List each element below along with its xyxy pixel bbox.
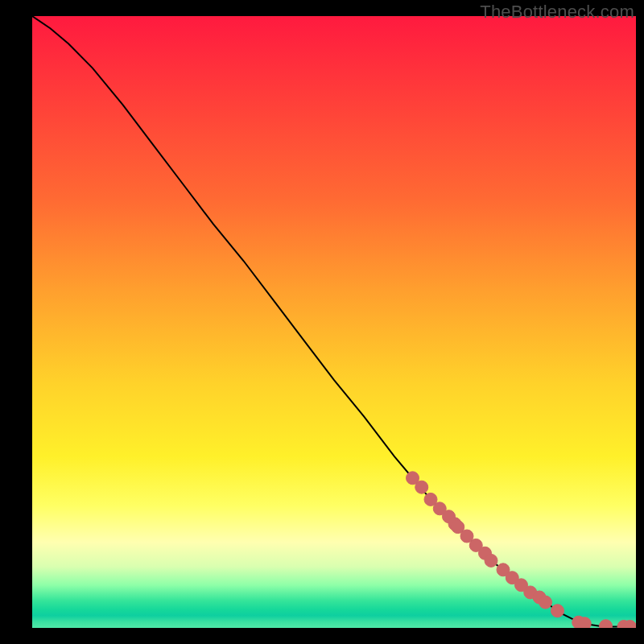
bottleneck-curve (32, 16, 636, 626)
data-marker (460, 530, 473, 543)
data-marker (452, 521, 464, 534)
data-marker (524, 586, 537, 599)
data-marker (515, 579, 528, 592)
data-marker (407, 472, 419, 485)
chart-frame: TheBottleneck.com (0, 0, 644, 644)
data-marker (443, 510, 456, 523)
marker-group (407, 472, 637, 628)
data-marker (485, 554, 497, 567)
watermark-text: TheBottleneck.com (480, 2, 634, 23)
data-marker (469, 539, 482, 551)
data-marker (533, 591, 546, 604)
data-marker (497, 564, 510, 576)
data-marker (600, 620, 613, 628)
data-marker (479, 547, 492, 559)
data-marker (539, 596, 552, 609)
data-marker (506, 572, 518, 584)
plot-area (32, 16, 636, 628)
data-marker (572, 616, 585, 628)
data-marker (415, 481, 428, 493)
data-marker (578, 617, 591, 628)
data-marker (624, 620, 637, 628)
curve-layer (32, 16, 636, 628)
data-marker (433, 502, 446, 515)
data-marker (551, 605, 564, 617)
data-marker (448, 518, 461, 530)
data-marker (424, 493, 437, 506)
data-marker (617, 620, 630, 628)
